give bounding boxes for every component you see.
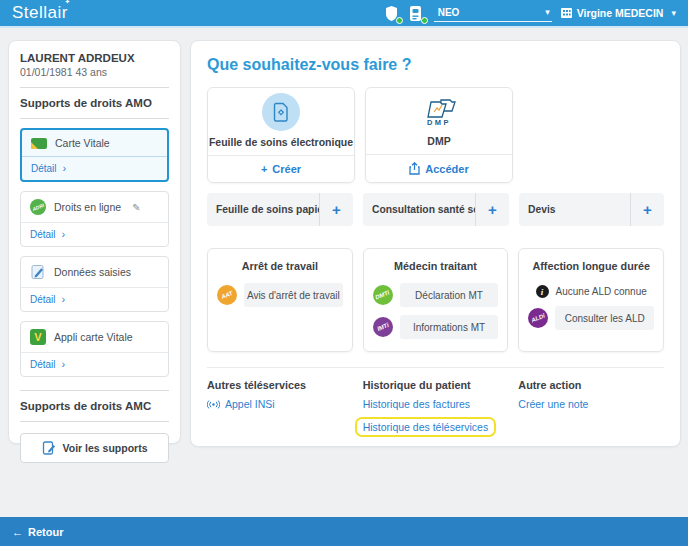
- chevron-down-icon: ▾: [545, 7, 550, 17]
- historique-teleservices-link[interactable]: Historique des téléservices: [355, 417, 496, 437]
- divider: [20, 421, 169, 422]
- quick-actions-row: Feuille de soins papier + Consultation s…: [207, 193, 664, 226]
- stellair-logo[interactable]: Stellair ✦: [12, 3, 68, 23]
- support-item-carte-vitale: Carte Vitale Détail›: [20, 128, 169, 182]
- fse-document-icon: [262, 93, 300, 131]
- add-devis-button[interactable]: +: [630, 193, 664, 226]
- workstation-select[interactable]: NEO ▾: [434, 5, 552, 22]
- edit-paper-icon: [30, 264, 46, 280]
- fse-card-label: Feuille de soins électronique: [208, 136, 354, 155]
- back-arrow-icon: ←: [12, 526, 23, 538]
- divider: [20, 118, 169, 119]
- informations-mt-button[interactable]: Informations MT: [400, 315, 499, 339]
- patient-birthdate-age: 01/01/1981 43 ans: [20, 66, 169, 78]
- fse-card: Feuille de soins électronique + Créer: [207, 87, 355, 183]
- divider: [20, 87, 169, 88]
- app-header: Stellair ✦ NEO ▾ Virgine MEDECIN ▾: [0, 0, 688, 28]
- appli-carte-vitale-icon: V: [30, 329, 46, 345]
- aat-badge-icon: AAT: [217, 285, 237, 305]
- carte-vitale-button[interactable]: Carte Vitale: [22, 130, 167, 156]
- fse-create-link[interactable]: + Créer: [208, 155, 354, 182]
- droits-en-ligne-detail-link[interactable]: Détail›: [21, 222, 168, 246]
- info-icon: i: [536, 285, 549, 298]
- links-row: Autres téléservices Appel INSi Historiqu…: [207, 379, 664, 444]
- support-item-droits-en-ligne: ADRi Droits en ligne ✎ Détail›: [20, 191, 169, 247]
- dmp-access-link[interactable]: Accéder: [366, 154, 512, 182]
- pencil-icon: ✎: [132, 202, 140, 213]
- broadcast-icon: [207, 400, 220, 409]
- appli-carte-vitale-detail-link[interactable]: Détail›: [21, 352, 168, 376]
- dmp-logo-icon: DMP: [421, 97, 457, 127]
- arret-travail-card: Arrêt de travail AAT Avis d'arrêt de tra…: [207, 248, 353, 352]
- historique-factures-link[interactable]: Historique des factures: [363, 398, 509, 410]
- workstation-label: NEO: [438, 7, 541, 18]
- declaration-mt-button[interactable]: Déclaration MT: [400, 283, 499, 307]
- droits-en-ligne-button[interactable]: ADRi Droits en ligne ✎: [21, 192, 168, 222]
- imti-badge-icon: IMTi: [373, 317, 393, 337]
- historique-patient-column: Historique du patient Historique des fac…: [363, 379, 509, 444]
- support-item-label: Droits en ligne: [54, 201, 121, 213]
- amc-section-title: Supports de droits AMC: [20, 400, 169, 412]
- chevron-right-icon: ›: [63, 162, 67, 174]
- carte-vitale-detail-link[interactable]: Détail›: [22, 156, 167, 180]
- adri-badge-icon: ADRi: [30, 199, 46, 215]
- dmti-badge-icon: DMTi: [373, 285, 393, 305]
- creer-note-link[interactable]: Créer une note: [518, 398, 664, 410]
- amo-section-title: Supports de droits AMO: [20, 97, 169, 109]
- consultation-sante-sexuelle-pill: Consultation santé sexuelle +: [363, 193, 509, 226]
- chevron-down-icon: ▾: [671, 8, 676, 18]
- chevron-right-icon: ›: [62, 358, 66, 370]
- share-upload-icon: [409, 162, 420, 175]
- teleservice-cards-row: Arrêt de travail AAT Avis d'arrêt de tra…: [207, 248, 664, 352]
- back-link[interactable]: ← Retour: [12, 526, 63, 538]
- ald-status-text: Aucune ALD connue: [556, 286, 647, 297]
- document-pen-icon: [42, 441, 56, 455]
- add-feuille-soins-papier-button[interactable]: +: [319, 193, 353, 226]
- voir-les-supports-button[interactable]: Voir les supports: [20, 433, 169, 463]
- divider: [207, 367, 664, 368]
- big-cards-row: Feuille de soins électronique + Créer DM…: [207, 87, 664, 183]
- donnees-saisies-detail-link[interactable]: Détail›: [21, 287, 168, 311]
- consulter-ald-button[interactable]: Consulter les ALD: [555, 306, 654, 330]
- dmp-card-label: DMP: [366, 135, 512, 154]
- main-panel: Que souhaitez-vous faire ? Feuille de so…: [190, 40, 681, 447]
- autres-teleservices-column: Autres téléservices Appel INSi: [207, 379, 353, 444]
- user-menu[interactable]: Virgine MEDECIN ▾: [560, 7, 676, 19]
- support-item-label: Carte Vitale: [55, 137, 110, 149]
- chevron-right-icon: ›: [62, 228, 66, 240]
- appel-insi-link[interactable]: Appel INSi: [207, 398, 353, 410]
- logo-text: Stellair: [12, 3, 68, 22]
- add-consultation-sante-sexuelle-button[interactable]: +: [475, 193, 509, 226]
- medecin-traitant-card: Médecin traitant DMTi Déclaration MT IMT…: [363, 248, 509, 352]
- support-item-label: Données saisies: [54, 266, 131, 278]
- support-item-appli-carte-vitale: V Appli carte Vitale Détail›: [20, 321, 169, 377]
- building-icon: [560, 7, 573, 19]
- vitale-card-status-icon[interactable]: [384, 5, 401, 22]
- logo-star-icon: ✦: [65, 0, 71, 6]
- support-item-label: Appli carte Vitale: [54, 331, 133, 343]
- footer-bar: ← Retour: [0, 517, 688, 546]
- ald-card: Affection longue durée i Aucune ALD conn…: [518, 248, 664, 352]
- page-title: Que souhaitez-vous faire ?: [207, 56, 664, 74]
- support-item-donnees-saisies: Données saisies Détail›: [20, 256, 169, 312]
- avis-arret-travail-button[interactable]: Avis d'arrêt de travail: [244, 283, 343, 307]
- donnees-saisies-button[interactable]: Données saisies: [21, 257, 168, 287]
- patient-sidebar: LAURENT ADRDEUX 01/01/1981 43 ans Suppor…: [8, 40, 181, 444]
- dmp-card: DMP DMP Accéder: [365, 87, 513, 183]
- patient-name: LAURENT ADRDEUX: [20, 52, 169, 64]
- svg-text:DMP: DMP: [427, 118, 451, 127]
- devis-pill: Devis +: [519, 193, 664, 226]
- divider: [20, 390, 169, 391]
- card-reader-status-icon[interactable]: [409, 5, 426, 22]
- autre-action-column: Autre action Créer une note: [518, 379, 664, 444]
- user-name: Virgine MEDECIN: [577, 7, 664, 19]
- feuille-soins-papier-pill: Feuille de soins papier +: [207, 193, 353, 226]
- chevron-right-icon: ›: [62, 293, 66, 305]
- aldi-badge-icon: ALDi: [528, 308, 548, 328]
- carte-vitale-icon: [31, 138, 47, 149]
- plus-icon: +: [261, 163, 267, 175]
- appli-carte-vitale-button[interactable]: V Appli carte Vitale: [21, 322, 168, 352]
